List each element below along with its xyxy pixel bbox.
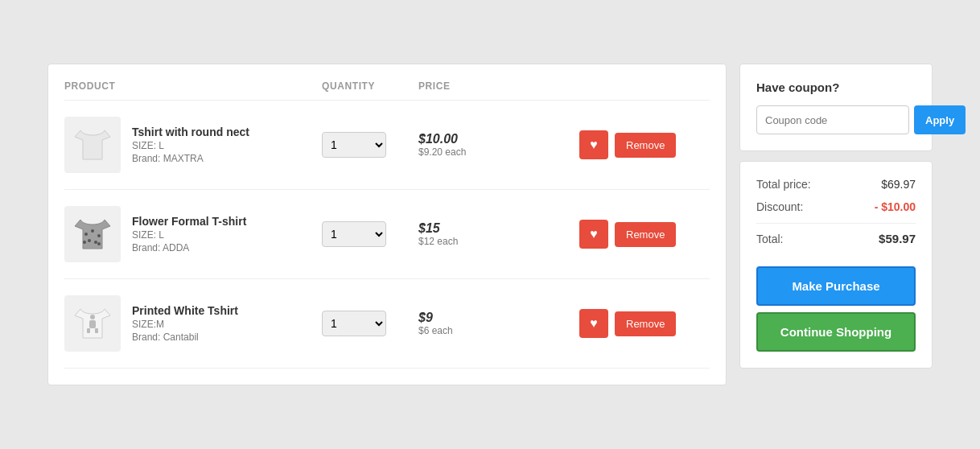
summary-box: Total price: $69.97 Discount: - $10.00 T… — [739, 161, 933, 369]
item-actions-3: ♥ Remove — [579, 309, 710, 338]
svg-point-4 — [94, 241, 97, 244]
price-main-1: $10.00 — [418, 132, 579, 146]
remove-button-2[interactable]: Remove — [615, 222, 676, 247]
header-product: PRODUCT — [64, 80, 322, 92]
item-actions-1: ♥ Remove — [579, 130, 710, 159]
item-product-2: Flower Formal T-shirt SIZE: L Brand: ADD… — [64, 206, 322, 262]
item-size-1: SIZE: L — [132, 140, 249, 151]
apply-button[interactable]: Apply — [914, 105, 966, 134]
item-price-2: $15 $12 each — [418, 221, 579, 247]
coupon-input[interactable] — [756, 105, 909, 134]
svg-rect-10 — [95, 328, 98, 333]
item-name-1: Tshirt with round nect — [132, 126, 249, 138]
item-details-3: Printed White Tshirt SIZE:M Brand: Canta… — [132, 304, 238, 343]
item-quantity-1: 12345 — [322, 132, 418, 158]
wishlist-button-2[interactable]: ♥ — [579, 220, 608, 249]
total-row: Total: $59.97 — [756, 232, 916, 245]
item-brand-1: Brand: MAXTRA — [132, 153, 249, 164]
total-price-value: $69.97 — [881, 178, 916, 191]
item-size-2: SIZE: L — [132, 229, 246, 241]
table-row: Flower Formal T-shirt SIZE: L Brand: ADD… — [64, 190, 710, 279]
item-price-1: $10.00 $9.20 each — [418, 132, 579, 158]
item-product-3: Printed White Tshirt SIZE:M Brand: Canta… — [64, 295, 322, 352]
svg-point-0 — [84, 233, 88, 236]
svg-point-6 — [97, 242, 101, 245]
svg-point-7 — [90, 315, 95, 319]
total-value: $59.97 — [879, 232, 916, 245]
svg-point-2 — [97, 234, 101, 237]
quantity-select-3[interactable]: 12345 — [322, 311, 386, 336]
discount-label: Discount: — [756, 200, 803, 213]
coupon-box: Have coupon? Apply — [739, 64, 933, 151]
item-actions-2: ♥ Remove — [579, 220, 710, 249]
coupon-title: Have coupon? — [756, 80, 916, 94]
svg-point-1 — [91, 229, 94, 233]
item-product: Tshirt with round nect SIZE: L Brand: MA… — [64, 117, 322, 173]
table-row: Tshirt with round nect SIZE: L Brand: MA… — [64, 101, 710, 190]
product-image-3 — [64, 295, 121, 352]
price-main-3: $9 — [418, 311, 579, 325]
coupon-row: Apply — [756, 105, 916, 134]
product-image-1 — [64, 117, 121, 173]
right-panel: Have coupon? Apply Total price: $69.97 D… — [739, 64, 933, 385]
price-main-2: $15 — [418, 221, 579, 236]
item-quantity-3: 12345 — [322, 311, 418, 336]
wishlist-button-1[interactable]: ♥ — [579, 130, 608, 159]
item-brand-2: Brand: ADDA — [132, 242, 246, 253]
price-each-2: $12 each — [418, 236, 579, 247]
item-details-1: Tshirt with round nect SIZE: L Brand: MA… — [132, 126, 249, 164]
quantity-select-2[interactable]: 12345 — [322, 221, 386, 247]
summary-divider — [756, 223, 916, 224]
svg-rect-8 — [89, 320, 96, 328]
header-quantity: QUANTITY — [322, 80, 418, 92]
continue-shopping-button[interactable]: Continue Shopping — [756, 312, 916, 352]
total-price-label: Total price: — [756, 178, 811, 191]
wishlist-button-3[interactable]: ♥ — [579, 309, 608, 338]
make-purchase-button[interactable]: Make Purchase — [756, 266, 916, 306]
item-name-3: Printed White Tshirt — [132, 304, 238, 317]
table-row: Printed White Tshirt SIZE:M Brand: Canta… — [64, 279, 710, 369]
price-each-1: $9.20 each — [418, 146, 579, 158]
item-size-3: SIZE:M — [132, 319, 238, 330]
item-brand-3: Brand: Cantabil — [132, 332, 238, 343]
total-label: Total: — [756, 233, 783, 245]
svg-point-5 — [83, 241, 86, 244]
quantity-select-1[interactable]: 12345 — [322, 132, 386, 158]
item-quantity-2: 12345 — [322, 221, 418, 247]
page-wrapper: PRODUCT QUANTITY PRICE Tshirt with round… — [47, 64, 933, 385]
remove-button-1[interactable]: Remove — [615, 133, 676, 158]
discount-value: - $10.00 — [875, 200, 916, 213]
remove-button-3[interactable]: Remove — [615, 311, 676, 336]
price-each-3: $6 each — [418, 325, 579, 336]
item-price-3: $9 $6 each — [418, 311, 579, 336]
discount-row: Discount: - $10.00 — [756, 200, 916, 213]
product-image-2 — [64, 206, 121, 262]
svg-rect-9 — [87, 328, 90, 333]
item-name-2: Flower Formal T-shirt — [132, 215, 246, 228]
item-details-2: Flower Formal T-shirt SIZE: L Brand: ADD… — [132, 215, 246, 253]
total-price-row: Total price: $69.97 — [756, 178, 916, 191]
cart-panel: PRODUCT QUANTITY PRICE Tshirt with round… — [47, 64, 727, 385]
header-price: PRICE — [418, 80, 579, 92]
cart-header: PRODUCT QUANTITY PRICE — [64, 80, 710, 101]
svg-point-3 — [88, 239, 91, 242]
